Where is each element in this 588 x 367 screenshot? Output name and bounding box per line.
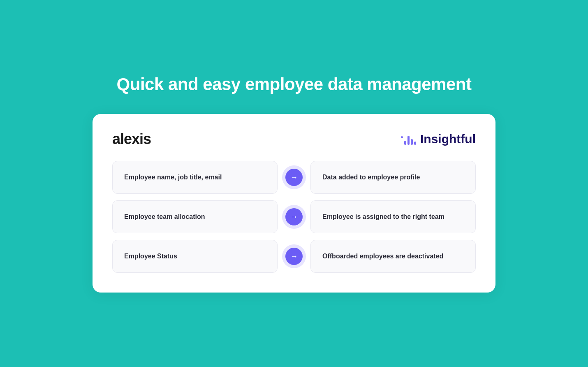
right-text-3: Offboarded employees are deactivated xyxy=(322,253,443,260)
left-text-2: Employee team allocation xyxy=(124,213,205,221)
arrow-outer-3: → xyxy=(282,244,306,268)
arrow-connector-2: → xyxy=(278,205,310,229)
page-title: Quick and easy employee data management xyxy=(117,74,472,94)
main-card: alexis Insightful Employee name, job tit… xyxy=(93,114,495,293)
arrow-connector-3: → xyxy=(278,244,310,268)
arrow-outer-1: → xyxy=(282,165,306,189)
arrow-icon-2: → xyxy=(285,208,303,225)
right-box-1: Data added to employee profile xyxy=(310,161,476,194)
mapping-rows: Employee name, job title, email → Data a… xyxy=(112,161,476,273)
insightful-logo-text: Insightful xyxy=(420,132,476,146)
left-box-1: Employee name, job title, email xyxy=(112,161,278,194)
mapping-row-3: Employee Status → Offboarded employees a… xyxy=(112,240,476,273)
mapping-row-1: Employee name, job title, email → Data a… xyxy=(112,161,476,194)
insightful-logo: Insightful xyxy=(401,132,476,146)
insightful-bars-icon xyxy=(401,133,416,145)
right-text-2: Employee is assigned to the right team xyxy=(322,213,444,221)
left-box-2: Employee team allocation xyxy=(112,200,278,233)
alexis-logo: alexis xyxy=(112,130,151,148)
left-text-1: Employee name, job title, email xyxy=(124,174,222,181)
left-text-3: Employee Status xyxy=(124,253,177,260)
arrow-connector-1: → xyxy=(278,165,310,189)
arrow-icon-3: → xyxy=(285,248,303,265)
logos-row: alexis Insightful xyxy=(112,130,476,148)
arrow-outer-2: → xyxy=(282,205,306,229)
arrow-icon-1: → xyxy=(285,169,303,186)
right-text-1: Data added to employee profile xyxy=(322,174,420,181)
mapping-row-2: Employee team allocation → Employee is a… xyxy=(112,200,476,233)
right-box-3: Offboarded employees are deactivated xyxy=(310,240,476,273)
left-box-3: Employee Status xyxy=(112,240,278,273)
right-box-2: Employee is assigned to the right team xyxy=(310,200,476,233)
